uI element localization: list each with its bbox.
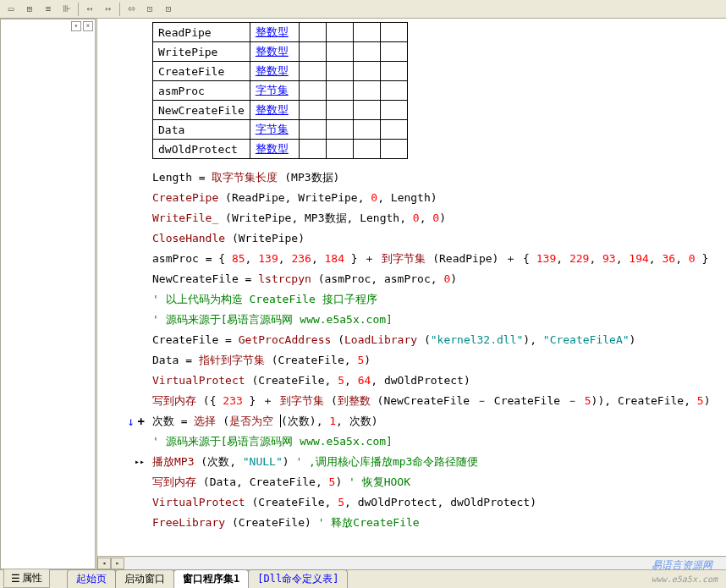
properties-button[interactable]: ☰ 属性 [3,569,50,588]
tb-icon-4[interactable]: ⊪ [58,2,76,17]
watermark: 易语言资源网 www.e5a5x.com [652,558,718,585]
bottom-bar: ☰ 属性 起始页 启动窗口 窗口程序集1 [Dll命令定义表] 易语言资源网 w… [0,569,726,588]
table-row[interactable]: asmProc字节集 [153,81,408,101]
table-row[interactable]: CreateFile整数型 [153,62,408,81]
table-row[interactable]: NewCreateFile整数型 [153,101,408,120]
tab-startup-window[interactable]: 启动窗口 [115,569,174,588]
code-line[interactable]: NewCreateFile = lstrcpyn (asmProc, asmPr… [97,269,726,289]
left-panel: ▾ × [0,19,97,569]
horizontal-scrollbar[interactable]: ◂ ▸ [97,556,726,569]
arrow-down-icon: ↓ [127,412,134,431]
table-row[interactable]: dwOldProtect整数型 [153,140,408,159]
code-line[interactable]: VirtualProtect (CreateFile, 5, 64, dwOld… [97,371,726,391]
code-line[interactable]: 写到内存 (Data, CreateFile, 5) ' 恢复HOOK [97,472,726,492]
code-line[interactable]: CreatePipe (ReadPipe, WritePipe, 0, Leng… [97,188,726,208]
var-name[interactable]: dwOldProtect [153,140,250,159]
tab-window-module-1[interactable]: 窗口程序集1 [173,569,249,588]
var-type[interactable]: 整数型 [250,42,299,62]
table-row[interactable]: Data字节集 [153,120,408,140]
tb-icon-2[interactable]: ⊞ [20,2,39,17]
code-line[interactable]: Data = 指针到字节集 (CreateFile, 5) [97,350,726,371]
code-line[interactable]: ' 源码来源于[易语言源码网 www.e5a5x.com] [97,431,726,452]
tab-start-page[interactable]: 起始页 [67,569,116,588]
code-line[interactable]: asmProc = { 85, 139, 236, 184 } ＋ 到字节集 (… [97,249,726,269]
table-row[interactable]: ReadPipe整数型 [153,23,408,42]
scroll-right-icon[interactable]: ▸ [111,558,124,569]
code-line[interactable]: 写到内存 ({ 233 } ＋ 到字节集 (到整数 (NewCreateFile… [97,391,726,411]
panel-close-icon[interactable]: × [83,21,93,31]
table-row[interactable]: WritePipe整数型 [153,42,408,62]
variable-table: ReadPipe整数型WritePipe整数型CreateFile整数型asmP… [152,22,408,159]
main-area: ▾ × ReadPipe整数型WritePipe整数型CreateFile整数型… [0,19,726,569]
var-type[interactable]: 整数型 [250,23,299,42]
step-icon: ▸▸ [135,453,145,471]
tb-icon-1[interactable]: ▭ [2,2,20,17]
code-content[interactable]: ReadPipe整数型WritePipe整数型CreateFile整数型asmP… [97,19,726,543]
scroll-left-icon[interactable]: ◂ [97,558,111,569]
var-name[interactable]: ReadPipe [153,23,250,42]
tb-icon-5[interactable]: ↤ [80,2,99,17]
toolbar: ▭ ⊞ ≡ ⊪ ↤ ↦ ⬄ ⊡ ⊡ [0,0,726,19]
code-line[interactable]: CreateFile = GetProcAddress (LoadLibrary… [97,330,726,350]
tb-icon-7[interactable]: ⬄ [122,2,140,17]
var-name[interactable]: NewCreateFile [153,101,250,120]
var-type[interactable]: 整数型 [250,101,299,120]
code-line[interactable]: ' 源码来源于[易语言源码网 www.e5a5x.com] [97,310,726,330]
var-type[interactable]: 整数型 [250,140,299,159]
var-name[interactable]: WritePipe [153,42,250,62]
var-type[interactable]: 字节集 [250,120,299,140]
var-type[interactable]: 整数型 [250,62,299,81]
plus-icon: + [138,412,145,431]
var-name[interactable]: Data [153,120,250,140]
code-line-cursor[interactable]: ↓+ 次数 = 选择 (是否为空 (次数), 1, 次数) [97,411,726,431]
code-line[interactable]: VirtualProtect (CreateFile, 5, dwOldProt… [97,492,726,513]
code-line[interactable]: WriteFile_ (WritePipe, MP3数据, Length, 0,… [97,208,726,228]
var-name[interactable]: CreateFile [153,62,250,81]
tab-dll-defs[interactable]: [Dll命令定义表] [248,569,348,588]
code-line[interactable]: Length = 取字节集长度 (MP3数据) [97,168,726,188]
code-line[interactable]: ▸▸ 播放MP3 (次数, "NULL") ' ,调用核心库播放mp3命令路径随… [97,452,726,472]
code-line[interactable]: ' 以上代码为构造 CreateFile 接口子程序 [97,289,726,310]
tb-icon-9[interactable]: ⊡ [159,2,178,17]
tab-bar: 起始页 启动窗口 窗口程序集1 [Dll命令定义表] [67,569,347,588]
tb-icon-3[interactable]: ≡ [39,2,58,17]
properties-icon: ☰ [11,573,20,585]
tb-icon-6[interactable]: ↦ [99,2,118,17]
var-name[interactable]: asmProc [153,81,250,101]
code-line[interactable]: CloseHandle (WritePipe) [97,228,726,249]
panel-pin-icon[interactable]: ▾ [71,21,81,31]
code-line[interactable]: FreeLibrary (CreateFile) ' 释放CreateFile [97,513,726,533]
var-type[interactable]: 字节集 [250,81,299,101]
tb-icon-8[interactable]: ⊡ [140,2,159,17]
code-panel: ReadPipe整数型WritePipe整数型CreateFile整数型asmP… [97,19,726,569]
